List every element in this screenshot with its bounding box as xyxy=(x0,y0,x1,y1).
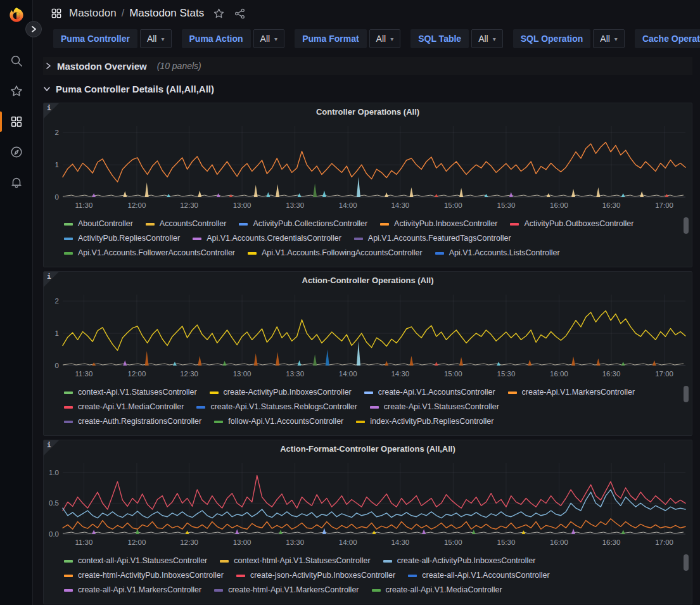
chevron-down-icon: ▾ xyxy=(614,35,618,42)
legend-label: ActivityPub.RepliesController xyxy=(78,231,180,246)
legend-item[interactable]: create-Api.V1.Statuses.ReblogsController xyxy=(196,400,357,414)
svg-text:13:30: 13:30 xyxy=(286,201,304,209)
sidebar-item-dashboards[interactable] xyxy=(0,106,33,137)
panel-title[interactable]: Action-Format-Controller Operations (All… xyxy=(280,444,455,454)
legend-item[interactable]: Api.V1.Accounts.FollowerAccountsControll… xyxy=(64,246,235,260)
legend-swatch xyxy=(364,392,373,394)
legend-item[interactable]: create-html-ActivityPub.InboxesControlle… xyxy=(64,568,224,583)
legend-label: Api.V1.Accounts.ListsController xyxy=(449,246,560,260)
svg-text:15:30: 15:30 xyxy=(497,370,516,378)
legend-item[interactable]: follow-Api.V1.AccountsController xyxy=(214,414,343,429)
legend-item[interactable]: Api.V1.Accounts.FeaturedTagsController xyxy=(354,231,511,246)
legend-label: ActivityPub.InboxesController xyxy=(394,217,497,231)
svg-text:14:00: 14:00 xyxy=(339,538,357,546)
legend-item[interactable]: create-all-Api.V1.MarkersController xyxy=(64,583,201,597)
row-puma-controller-details[interactable]: Puma Controller Details (All,All,All) xyxy=(43,80,692,98)
legend-label: ActivityPub.CollectionsController xyxy=(253,217,367,231)
legend-item[interactable]: AboutController xyxy=(64,217,133,231)
filter-value-dropdown[interactable]: All▾ xyxy=(471,29,503,48)
timeseries-chart[interactable]: 11:3012:0012:3013:0013:3014:0014:3015:00… xyxy=(44,288,692,383)
svg-text:12:00: 12:00 xyxy=(128,370,146,378)
legend-row: AboutControllerAccountsControllerActivit… xyxy=(64,217,680,231)
svg-text:0: 0 xyxy=(55,362,59,369)
legend-label: create-Api.V1.MarkersController xyxy=(522,385,635,400)
filter-label[interactable]: SQL Table xyxy=(410,29,469,48)
panel-title[interactable]: Controller Operations (All) xyxy=(316,107,419,117)
star-dashboard-button[interactable] xyxy=(213,8,225,20)
legend-item[interactable]: ActivityPub.RepliesController xyxy=(64,231,180,246)
filter-value-dropdown[interactable]: All▾ xyxy=(369,29,401,48)
sidebar-item-alerting[interactable] xyxy=(0,167,33,198)
filter-label[interactable]: Cache Operation xyxy=(635,29,700,48)
filter-label[interactable]: SQL Operation xyxy=(513,29,591,48)
legend-scrollbar[interactable] xyxy=(684,554,689,571)
info-icon[interactable]: i xyxy=(47,272,51,281)
legend-item[interactable]: create-Api.V1.MarkersController xyxy=(508,385,635,400)
row-mastodon-overview[interactable]: Mastodon Overview (10 panels) xyxy=(43,57,692,75)
legend-item[interactable]: create-all-ActivityPub.InboxesController xyxy=(383,554,536,568)
filter-value-dropdown[interactable]: All▾ xyxy=(140,29,172,48)
legend-item[interactable]: create-Api.V1.MediaController xyxy=(64,400,184,414)
svg-text:15:30: 15:30 xyxy=(497,201,516,209)
info-icon[interactable]: i xyxy=(47,441,51,449)
legend-label: create-json-ActivityPub.InboxesControlle… xyxy=(250,568,395,583)
filter-value-dropdown[interactable]: All▾ xyxy=(593,29,625,48)
sidebar-item-explore[interactable] xyxy=(0,137,33,167)
legend-item[interactable]: context-html-Api.V1.StatusesController xyxy=(220,554,370,568)
filter-label[interactable]: Puma Format xyxy=(295,29,366,48)
legend-item[interactable]: ActivityPub.InboxesController xyxy=(380,217,497,231)
legend-item[interactable]: Api.V1.Accounts.FollowingAccountsControl… xyxy=(248,246,423,260)
svg-text:13:30: 13:30 xyxy=(286,370,304,378)
panel-controller-operations: i Controller Operations (All) 11:3012:00… xyxy=(43,103,692,267)
svg-text:17:00: 17:00 xyxy=(655,538,673,546)
active-indicator xyxy=(0,111,2,132)
legend-item[interactable]: create-Api.V1.StatusesController xyxy=(370,400,499,414)
sidebar-item-starred[interactable] xyxy=(0,76,33,106)
timeseries-chart[interactable]: 11:3012:0012:3013:0013:3014:0014:3015:00… xyxy=(44,120,692,215)
sidebar-item-search[interactable] xyxy=(0,46,33,76)
legend-label: create-html-ActivityPub.InboxesControlle… xyxy=(78,568,224,583)
panel-title[interactable]: Action-Controller Operations (All) xyxy=(302,276,434,285)
legend-item[interactable]: create-Api.V1.AccountsController xyxy=(364,385,495,400)
legend-item[interactable]: AccountsController xyxy=(146,217,227,231)
legend-scrollbar[interactable] xyxy=(684,386,689,402)
legend-item[interactable]: Api.V1.Accounts.CredentialsController xyxy=(193,231,341,246)
legend-item[interactable]: create-json-ActivityPub.InboxesControlle… xyxy=(236,568,395,583)
panel-action-controller-operations: i Action-Controller Operations (All) 11:… xyxy=(43,271,692,436)
legend-scrollbar[interactable] xyxy=(684,217,689,234)
svg-text:16:30: 16:30 xyxy=(602,201,621,209)
legend-label: create-all-ActivityPub.InboxesController xyxy=(397,554,536,568)
legend-swatch xyxy=(236,575,245,577)
legend-swatch xyxy=(64,421,73,423)
legend-item[interactable]: create-html-Api.V1.MarkersController xyxy=(214,583,359,597)
legend-item[interactable]: create-all-Api.V1.MediaController xyxy=(372,583,502,597)
legend-label: create-Api.V1.Statuses.ReblogsController xyxy=(210,400,357,414)
legend-swatch xyxy=(193,238,201,240)
legend-item[interactable]: create-all-Api.V1.AccountsController xyxy=(408,568,549,583)
filter-label[interactable]: Puma Controller xyxy=(53,29,137,48)
legend-item[interactable]: create-ActivityPub.InboxesController xyxy=(210,385,352,400)
sidebar-expand-button[interactable] xyxy=(25,21,42,37)
legend-item[interactable]: ActivityPub.CollectionsController xyxy=(239,217,367,231)
legend-swatch xyxy=(214,421,223,423)
legend-item[interactable]: context-Api.V1.StatusesController xyxy=(64,385,197,400)
legend-item[interactable]: Api.V1.Accounts.ListsController xyxy=(435,246,560,260)
breadcrumb-parent[interactable]: Mastodon xyxy=(69,7,117,20)
row-title: Mastodon Overview xyxy=(57,61,147,72)
legend-label: create-Api.V1.MediaController xyxy=(78,400,184,414)
share-dashboard-button[interactable] xyxy=(234,8,246,20)
dashboard-grid-icon[interactable] xyxy=(50,7,63,20)
legend-item[interactable]: context-all-Api.V1.StatusesController xyxy=(64,554,207,568)
legend-label: create-ActivityPub.InboxesController xyxy=(224,385,352,400)
filter-value-dropdown[interactable]: All▾ xyxy=(253,29,285,48)
legend-item[interactable]: ActivityPub.OutboxesController xyxy=(510,217,633,231)
legend-row: create-html-ActivityPub.InboxesControlle… xyxy=(64,568,680,583)
legend-item[interactable]: create-Auth.RegistrationsController xyxy=(64,414,201,429)
filter-label[interactable]: Puma Action xyxy=(182,29,251,48)
timeseries-chart[interactable]: 11:3012:0012:3013:0013:3014:0014:3015:00… xyxy=(44,457,692,552)
legend-label: index-ActivityPub.RepliesController xyxy=(370,414,493,429)
variable-filter-bar: Puma Controller All▾ Puma Action All▾ Pu… xyxy=(33,27,700,54)
svg-text:14:30: 14:30 xyxy=(391,370,409,378)
legend-item[interactable]: index-ActivityPub.RepliesController xyxy=(356,414,493,429)
info-icon[interactable]: i xyxy=(47,104,51,112)
